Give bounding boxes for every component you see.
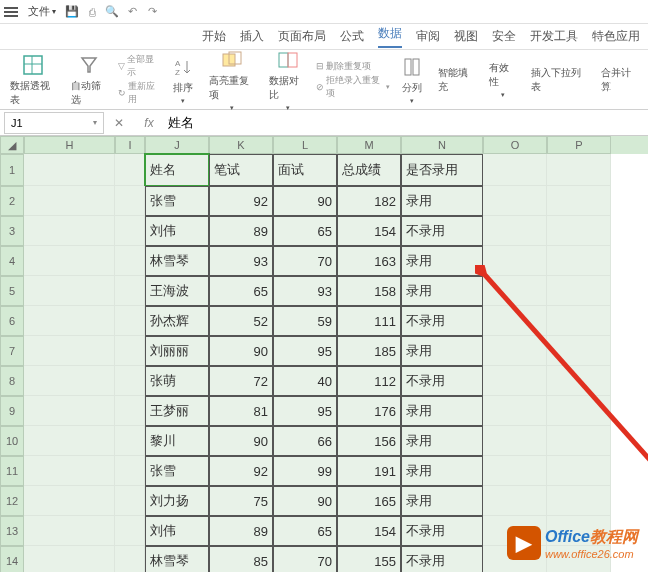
cell[interactable]: 不录用 bbox=[401, 216, 483, 246]
row-header[interactable]: 2 bbox=[0, 186, 24, 216]
cell[interactable]: 93 bbox=[209, 246, 273, 276]
cell[interactable] bbox=[24, 186, 115, 216]
cell[interactable]: 75 bbox=[209, 486, 273, 516]
cell[interactable] bbox=[483, 306, 547, 336]
cell[interactable] bbox=[115, 426, 145, 456]
cell[interactable] bbox=[115, 396, 145, 426]
cell[interactable]: 155 bbox=[337, 546, 401, 572]
cancel-icon[interactable]: ✕ bbox=[110, 114, 128, 132]
cell[interactable] bbox=[483, 186, 547, 216]
cell[interactable]: 85 bbox=[209, 546, 273, 572]
cell[interactable]: 不录用 bbox=[401, 366, 483, 396]
cell[interactable]: 99 bbox=[273, 456, 337, 486]
cell[interactable]: 92 bbox=[209, 186, 273, 216]
cell[interactable] bbox=[24, 486, 115, 516]
formula-input[interactable]: 姓名 bbox=[164, 114, 648, 132]
cell[interactable] bbox=[483, 456, 547, 486]
row-header[interactable]: 14 bbox=[0, 546, 24, 572]
row-header[interactable]: 10 bbox=[0, 426, 24, 456]
cell[interactable] bbox=[547, 486, 611, 516]
col-header[interactable]: J bbox=[145, 136, 209, 154]
cell[interactable]: 录用 bbox=[401, 426, 483, 456]
cell[interactable] bbox=[483, 154, 547, 186]
reject-dup-button[interactable]: ⊘拒绝录入重复项▾ bbox=[316, 74, 390, 100]
cell[interactable]: 176 bbox=[337, 396, 401, 426]
cell[interactable] bbox=[115, 276, 145, 306]
cell[interactable] bbox=[547, 306, 611, 336]
cell[interactable]: 70 bbox=[273, 546, 337, 572]
cell[interactable] bbox=[547, 186, 611, 216]
cell[interactable]: 张萌 bbox=[145, 366, 209, 396]
split-column-button[interactable]: 分列▾ bbox=[396, 53, 428, 107]
cell[interactable] bbox=[483, 396, 547, 426]
cell[interactable]: 93 bbox=[273, 276, 337, 306]
row-header[interactable]: 3 bbox=[0, 216, 24, 246]
cell[interactable]: 59 bbox=[273, 306, 337, 336]
col-header[interactable]: P bbox=[547, 136, 611, 154]
pivot-table-button[interactable]: 数据透视表 bbox=[6, 51, 61, 109]
tab-formula[interactable]: 公式 bbox=[340, 28, 364, 45]
consolidate-button[interactable]: 合并计算 bbox=[597, 64, 642, 96]
redo-icon[interactable]: ↷ bbox=[144, 4, 160, 20]
cell[interactable]: 林雪琴 bbox=[145, 546, 209, 572]
cell[interactable]: 156 bbox=[337, 426, 401, 456]
cell[interactable]: 面试 bbox=[273, 154, 337, 186]
show-all-button[interactable]: ▽全部显示 bbox=[118, 53, 161, 79]
cell[interactable] bbox=[115, 154, 145, 186]
cell[interactable]: 154 bbox=[337, 516, 401, 546]
tab-insert[interactable]: 插入 bbox=[240, 28, 264, 45]
cell[interactable] bbox=[483, 486, 547, 516]
cell[interactable]: 70 bbox=[273, 246, 337, 276]
cell[interactable]: 张雪 bbox=[145, 186, 209, 216]
cell[interactable] bbox=[483, 216, 547, 246]
cell[interactable]: 111 bbox=[337, 306, 401, 336]
cell[interactable]: 张雪 bbox=[145, 456, 209, 486]
select-all-corner[interactable]: ◢ bbox=[0, 136, 24, 154]
cell[interactable] bbox=[483, 426, 547, 456]
cell[interactable]: 录用 bbox=[401, 186, 483, 216]
cell[interactable] bbox=[483, 366, 547, 396]
cell[interactable]: 95 bbox=[273, 396, 337, 426]
cell[interactable]: 185 bbox=[337, 336, 401, 366]
tab-home[interactable]: 开始 bbox=[202, 28, 226, 45]
cell[interactable]: 65 bbox=[273, 516, 337, 546]
smart-fill-button[interactable]: 智能填充 bbox=[434, 64, 479, 96]
cell[interactable] bbox=[24, 546, 115, 572]
cell[interactable]: 52 bbox=[209, 306, 273, 336]
cell[interactable]: 不录用 bbox=[401, 546, 483, 572]
cell[interactable] bbox=[547, 246, 611, 276]
cell[interactable]: 182 bbox=[337, 186, 401, 216]
cell[interactable] bbox=[483, 336, 547, 366]
highlight-dup-button[interactable]: 高亮重复项▾ bbox=[205, 46, 260, 114]
autofilter-button[interactable]: 自动筛选 bbox=[67, 51, 112, 109]
cell[interactable]: 总成绩 bbox=[337, 154, 401, 186]
row-header[interactable]: 12 bbox=[0, 486, 24, 516]
print-icon[interactable]: ⎙ bbox=[84, 4, 100, 20]
cell[interactable]: 65 bbox=[209, 276, 273, 306]
tab-layout[interactable]: 页面布局 bbox=[278, 28, 326, 45]
cell[interactable] bbox=[547, 426, 611, 456]
data-compare-button[interactable]: 数据对比▾ bbox=[265, 46, 310, 114]
reapply-button[interactable]: ↻重新应用 bbox=[118, 80, 161, 106]
cell[interactable] bbox=[483, 276, 547, 306]
cell[interactable]: 王海波 bbox=[145, 276, 209, 306]
cell[interactable] bbox=[24, 154, 115, 186]
cell[interactable]: 录用 bbox=[401, 246, 483, 276]
name-box[interactable]: J1▾ bbox=[4, 112, 104, 134]
cell[interactable]: 90 bbox=[209, 426, 273, 456]
cell[interactable] bbox=[547, 216, 611, 246]
cell[interactable] bbox=[115, 366, 145, 396]
cell[interactable] bbox=[24, 426, 115, 456]
row-header[interactable]: 7 bbox=[0, 336, 24, 366]
preview-icon[interactable]: 🔍 bbox=[104, 4, 120, 20]
cell[interactable]: 林雪琴 bbox=[145, 246, 209, 276]
cell[interactable]: 刘丽丽 bbox=[145, 336, 209, 366]
cell[interactable]: 191 bbox=[337, 456, 401, 486]
cell[interactable]: 66 bbox=[273, 426, 337, 456]
cell[interactable] bbox=[115, 246, 145, 276]
undo-icon[interactable]: ↶ bbox=[124, 4, 140, 20]
row-header[interactable]: 11 bbox=[0, 456, 24, 486]
tab-special[interactable]: 特色应用 bbox=[592, 28, 640, 45]
cell[interactable] bbox=[24, 396, 115, 426]
cell[interactable] bbox=[24, 516, 115, 546]
